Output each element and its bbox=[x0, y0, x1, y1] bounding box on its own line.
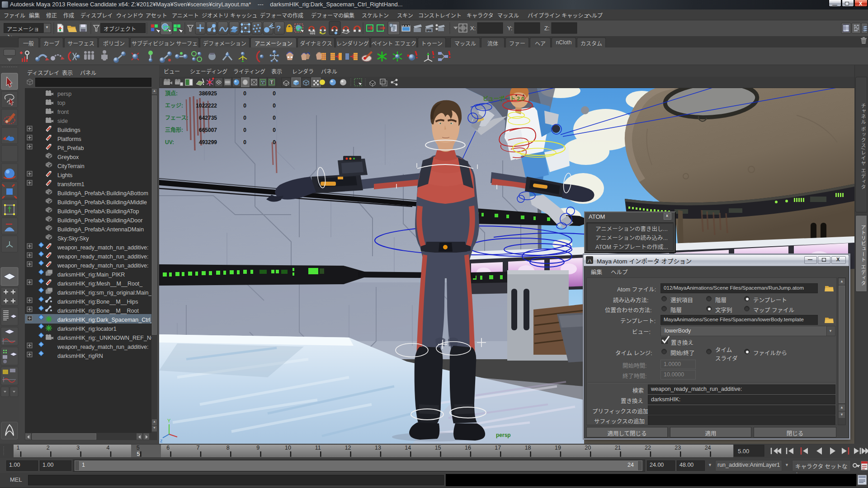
svg-text:Platforms: Platforms bbox=[57, 136, 81, 142]
svg-text:6: 6 bbox=[166, 445, 170, 451]
svg-text:Pit_Prefab: Pit_Prefab bbox=[57, 145, 84, 151]
svg-text:23: 23 bbox=[675, 445, 681, 451]
svg-text:darksmHIK_rig:Dark_Spaceman_Ct: darksmHIK_rig:Dark_Spaceman_Ctrl_ bbox=[57, 317, 151, 323]
svg-text:0: 0 bbox=[273, 127, 276, 133]
svg-text:0: 0 bbox=[273, 139, 276, 145]
svg-text:21: 21 bbox=[615, 445, 621, 451]
svg-text:エッジ:: エッジ: bbox=[165, 103, 183, 109]
svg-text:386925: 386925 bbox=[199, 90, 217, 97]
svg-text:7: 7 bbox=[197, 445, 200, 451]
svg-text:ビューポート 2.0: ビューポート 2.0 bbox=[483, 95, 524, 102]
svg-text:X:: X: bbox=[470, 25, 476, 32]
svg-text:weapon_ready_match_run_additiv: weapon_ready_match_run_additive: bbox=[57, 263, 149, 269]
svg-text:10: 10 bbox=[285, 445, 291, 451]
svg-text:BuildingA_PrefabA:BuildingAMid: BuildingA_PrefabA:BuildingAMiddle bbox=[57, 199, 147, 206]
svg-text:weapon_ready_match_run_additiv: weapon_ready_match_run_additive: bbox=[57, 253, 149, 260]
svg-text:0: 0 bbox=[243, 139, 246, 145]
svg-text:darksmHIK_rigRN: darksmHIK_rigRN bbox=[57, 353, 103, 359]
svg-text:Sky:Sky:Sky: Sky:Sky:Sky bbox=[57, 235, 89, 242]
svg-text:?: ? bbox=[276, 24, 281, 33]
svg-text:頂点:: 頂点: bbox=[165, 90, 178, 97]
svg-text:5.00: 5.00 bbox=[738, 448, 749, 455]
svg-text:8: 8 bbox=[226, 445, 230, 451]
svg-text:0: 0 bbox=[243, 103, 246, 109]
svg-text:darksmHIK_rig:locator1: darksmHIK_rig:locator1 bbox=[57, 326, 117, 332]
svg-text:11: 11 bbox=[315, 445, 321, 451]
svg-text:Y: Y bbox=[167, 418, 171, 423]
svg-text:darksmHIK_rig:sm_rig_original:: darksmHIK_rig:sm_rig_original:Main_P bbox=[57, 290, 151, 296]
svg-text:front: front bbox=[57, 109, 69, 115]
svg-text:weapon_ready_match_run_additiv: weapon_ready_match_run_additive: bbox=[57, 344, 149, 350]
svg-text:22: 22 bbox=[645, 445, 651, 451]
svg-text:darksmHIK_rig:Bone__M__Root: darksmHIK_rig:Bone__M__Root bbox=[57, 308, 139, 314]
svg-text:0: 0 bbox=[273, 90, 276, 97]
svg-text:2: 2 bbox=[47, 445, 50, 451]
svg-text:493299: 493299 bbox=[199, 139, 217, 145]
svg-text:20: 20 bbox=[585, 445, 591, 451]
svg-text:0: 0 bbox=[273, 115, 276, 121]
svg-text:BuildingA_PrefabA:AntennaDMain: BuildingA_PrefabA:AntennaDMain bbox=[57, 226, 144, 233]
svg-text:0: 0 bbox=[243, 127, 246, 133]
svg-text:24: 24 bbox=[705, 445, 711, 451]
svg-text:Y:: Y: bbox=[507, 25, 513, 32]
svg-text:フェース:: フェース: bbox=[165, 115, 188, 121]
svg-text:z: z bbox=[160, 438, 163, 443]
svg-text:665007: 665007 bbox=[199, 127, 217, 133]
svg-text:9: 9 bbox=[256, 445, 259, 451]
svg-text:642735: 642735 bbox=[199, 115, 217, 121]
svg-text:4: 4 bbox=[107, 445, 110, 451]
svg-text:1022222: 1022222 bbox=[196, 103, 217, 109]
svg-text:18: 18 bbox=[525, 445, 531, 451]
svg-text:14: 14 bbox=[405, 445, 411, 451]
svg-text:Buildings: Buildings bbox=[57, 127, 80, 133]
svg-text:17: 17 bbox=[495, 445, 501, 451]
svg-text:transform1: transform1 bbox=[57, 181, 85, 188]
svg-text:0: 0 bbox=[243, 115, 246, 121]
svg-text:darksmHIK_rig:Bone__M__Hips: darksmHIK_rig:Bone__M__Hips bbox=[57, 299, 138, 305]
svg-text:Lights: Lights bbox=[57, 172, 72, 178]
svg-text:13: 13 bbox=[375, 445, 381, 451]
svg-text:16: 16 bbox=[465, 445, 471, 451]
svg-text:3: 3 bbox=[76, 445, 80, 451]
svg-text:5: 5 bbox=[137, 445, 140, 451]
svg-text:12: 12 bbox=[345, 445, 351, 451]
svg-text:darksmHIK_rig:_UNKNOWN_REF_NOI: darksmHIK_rig:_UNKNOWN_REF_NOI bbox=[57, 335, 151, 341]
svg-text:CityTerrain: CityTerrain bbox=[57, 163, 85, 169]
svg-text:BuildingA_PrefabA:BuildingABot: BuildingA_PrefabA:BuildingABottom bbox=[57, 190, 148, 197]
svg-text:weapon_ready_match_run_additiv: weapon_ready_match_run_additive: bbox=[57, 244, 149, 251]
svg-text:BuildingA_PrefabA:BuildingATop: BuildingA_PrefabA:BuildingATop bbox=[57, 208, 139, 215]
svg-text:19: 19 bbox=[555, 445, 561, 451]
svg-text:top: top bbox=[57, 100, 65, 106]
svg-text:Z:: Z: bbox=[544, 25, 550, 32]
svg-text:1: 1 bbox=[17, 445, 20, 451]
svg-text:BuildingA_PrefabA:BuildingADoo: BuildingA_PrefabA:BuildingADoor bbox=[57, 217, 142, 224]
svg-text:UV:: UV: bbox=[165, 139, 174, 145]
svg-text:IPR: IPR bbox=[426, 29, 432, 32]
svg-text:三角形:: 三角形: bbox=[165, 127, 183, 133]
svg-text:T: T bbox=[270, 80, 274, 85]
svg-text:persp: persp bbox=[57, 91, 71, 97]
svg-text:side: side bbox=[57, 118, 68, 124]
svg-text:5: 5 bbox=[137, 451, 140, 457]
svg-text:darksmHIK_rig:Mesh__M__Root_: darksmHIK_rig:Mesh__M__Root_ bbox=[57, 281, 143, 287]
svg-text:15: 15 bbox=[435, 445, 441, 451]
svg-text:Greybox: Greybox bbox=[57, 154, 79, 160]
svg-text:darksmHIK_rig:Main_PIKR: darksmHIK_rig:Main_PIKR bbox=[57, 272, 125, 278]
svg-text:0: 0 bbox=[273, 103, 276, 109]
svg-text:0: 0 bbox=[243, 90, 246, 97]
svg-text:persp: persp bbox=[496, 432, 511, 438]
